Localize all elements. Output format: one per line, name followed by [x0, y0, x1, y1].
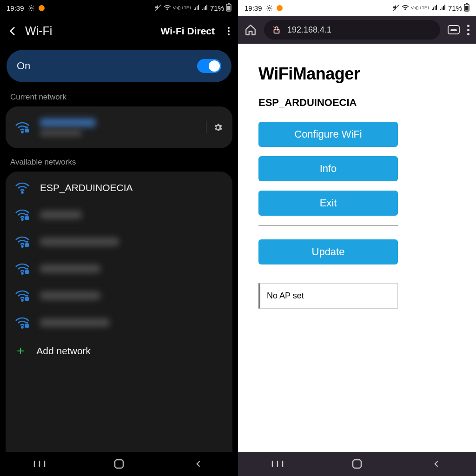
home-icon[interactable] — [245, 24, 257, 36]
info-button[interactable]: Info — [258, 156, 398, 181]
svg-rect-4 — [228, 3, 230, 4]
svg-rect-16 — [25, 297, 29, 301]
divider — [258, 225, 398, 225]
wifi-locked-icon — [15, 263, 30, 275]
ap-ssid: ESP_ARDUINOECIA — [258, 97, 456, 109]
divider — [206, 121, 206, 133]
battery-icon — [226, 3, 231, 13]
current-network-name-blurred — [40, 119, 96, 127]
recording-indicator-icon — [39, 5, 45, 11]
svg-rect-34 — [353, 460, 361, 468]
network-row[interactable] — [6, 282, 232, 309]
mute-icon — [154, 4, 162, 13]
status-bar: 19:39 Vo)) LTE1 71% — [238, 0, 476, 16]
network-name-blurred — [40, 264, 100, 273]
nav-home-button[interactable] — [341, 458, 373, 469]
battery-percent: 71% — [210, 4, 224, 12]
signal-icon-1 — [431, 5, 438, 12]
nav-home-button[interactable] — [103, 458, 135, 469]
svg-rect-28 — [465, 6, 469, 11]
wifi-direct-button[interactable]: Wi-Fi Direct — [161, 26, 215, 37]
network-row[interactable]: ESP_ARDUINOECIA — [6, 174, 232, 201]
wifi-status-icon — [402, 4, 409, 12]
wifimanager-page: WiFiManager ESP_ARDUINOECIA Configure Wi… — [238, 44, 476, 309]
settings-indicator-icon — [28, 5, 35, 12]
back-icon[interactable] — [7, 25, 19, 37]
svg-point-23 — [268, 7, 270, 9]
svg-rect-18 — [25, 324, 29, 328]
signal-icon-2 — [440, 5, 446, 12]
status-time: 19:39 — [245, 4, 262, 12]
svg-rect-12 — [25, 243, 29, 247]
svg-rect-14 — [25, 270, 29, 274]
svg-point-17 — [21, 326, 23, 328]
nav-recents-button[interactable] — [23, 460, 56, 468]
network-row[interactable] — [6, 255, 232, 282]
url-text: 192.168.4.1 — [287, 25, 331, 35]
wifi-locked-icon — [15, 290, 30, 302]
overflow-menu-icon[interactable] — [228, 27, 230, 35]
svg-point-2 — [167, 9, 168, 10]
svg-point-11 — [21, 245, 23, 247]
battery-icon — [464, 3, 469, 13]
section-available-label: Available networks — [0, 158, 238, 172]
status-bar: 19:39 Vo)) LTE1 71% — [0, 0, 238, 16]
exit-button[interactable]: Exit — [258, 191, 398, 216]
settings-indicator-icon — [266, 5, 273, 12]
section-current-label: Current network — [0, 93, 238, 106]
signal-icon-1 — [193, 5, 200, 12]
configure-wifi-button[interactable]: Configure WiFi — [258, 122, 398, 147]
url-field[interactable]: 192.168.4.1 — [264, 20, 440, 40]
volte-label: Vo)) LTE1 — [173, 6, 192, 10]
volte-label: Vo)) LTE1 — [411, 6, 430, 10]
android-nav-bar — [0, 452, 238, 476]
svg-point-6 — [21, 131, 23, 132]
page-title: WiFiManager — [258, 64, 456, 84]
current-network-card[interactable] — [6, 106, 232, 148]
status-message: No AP set — [258, 283, 398, 309]
wifi-toggle-label: On — [17, 60, 30, 72]
android-nav-bar — [238, 452, 476, 476]
insecure-lock-icon — [271, 25, 282, 35]
wifi-open-icon — [15, 182, 30, 194]
current-network-sub-blurred — [40, 130, 82, 136]
available-networks-list: ESP_ARDUINOECIA + Add network — [6, 172, 232, 452]
svg-rect-7 — [25, 129, 29, 132]
wifi-status-icon — [164, 4, 171, 12]
signal-icon-2 — [202, 5, 208, 12]
browser-wifimanager-screen: 19:39 Vo)) LTE1 71% — [238, 0, 476, 476]
plus-icon: + — [17, 344, 24, 357]
svg-point-0 — [30, 7, 32, 9]
svg-point-8 — [21, 192, 23, 193]
network-row[interactable] — [6, 309, 232, 336]
mute-icon — [392, 4, 400, 13]
nav-recents-button[interactable] — [261, 460, 294, 468]
wifi-toggle-row[interactable]: On — [7, 50, 231, 82]
network-name-blurred — [40, 318, 110, 327]
wifi-toggle-switch[interactable] — [197, 59, 221, 73]
status-time: 19:39 — [7, 4, 24, 12]
wifi-locked-icon — [15, 209, 30, 221]
tabs-icon[interactable] — [448, 25, 460, 34]
svg-point-25 — [405, 9, 406, 10]
gear-icon[interactable] — [213, 122, 223, 132]
browser-menu-icon[interactable] — [467, 25, 469, 35]
page-title: Wi-Fi — [25, 24, 52, 38]
battery-percent: 71% — [448, 4, 462, 12]
nav-back-button[interactable] — [182, 459, 215, 469]
network-name: ESP_ARDUINOECIA — [40, 182, 133, 193]
wifi-locked-icon — [15, 236, 30, 248]
nav-back-button[interactable] — [420, 459, 453, 469]
android-wifi-settings-screen: 19:39 Vo)) LTE1 71% — [0, 0, 238, 476]
svg-point-15 — [21, 299, 23, 301]
svg-point-13 — [21, 272, 23, 274]
svg-point-9 — [21, 218, 23, 220]
add-network-label: Add network — [36, 345, 91, 357]
update-button[interactable]: Update — [258, 239, 398, 264]
svg-rect-10 — [25, 216, 29, 220]
network-row[interactable] — [6, 228, 232, 255]
add-network-button[interactable]: + Add network — [6, 336, 232, 366]
wifi-locked-icon — [15, 121, 30, 133]
network-row[interactable] — [6, 201, 232, 228]
network-name-blurred — [40, 238, 119, 246]
